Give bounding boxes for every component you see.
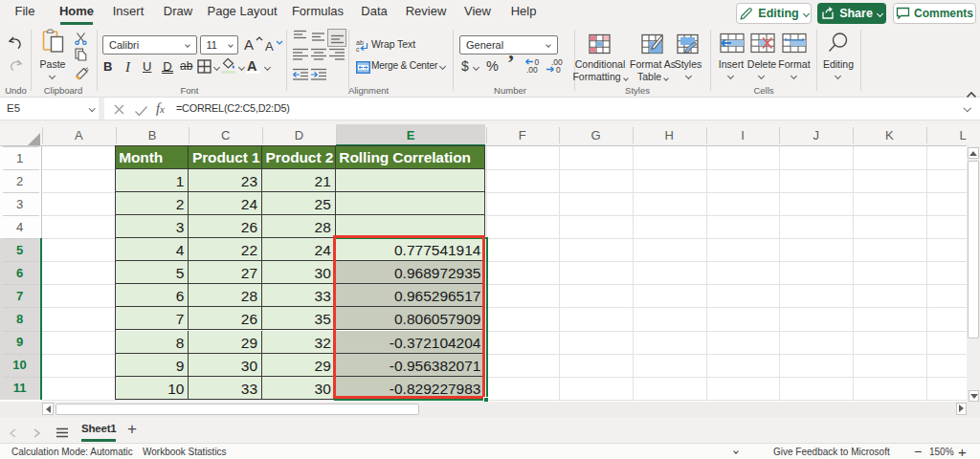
svg-text:c: c [356, 46, 360, 53]
svg-text:.00: .00 [526, 65, 538, 74]
svg-text:0: 0 [556, 65, 561, 74]
